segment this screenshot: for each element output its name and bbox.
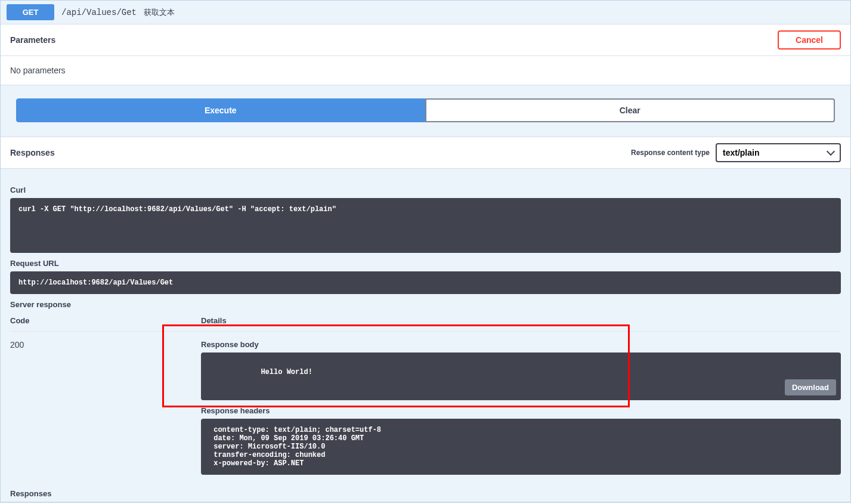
responses-footer: Responses — [1, 489, 850, 498]
action-button-row: Execute Clear — [1, 85, 850, 137]
parameters-header: Parameters Cancel — [1, 24, 850, 56]
response-table: Code Details 200 Response body Hello Wor… — [10, 313, 841, 475]
parameters-title: Parameters — [10, 35, 55, 45]
operation-description: 获取文本 — [144, 7, 175, 18]
responses-body: Curl curl -X GET "http://localhost:9682/… — [1, 169, 850, 478]
request-url[interactable]: http://localhost:9682/api/Values/Get — [10, 271, 841, 294]
operation-block: GET /api/Values/Get 获取文本 Parameters Canc… — [1, 1, 850, 502]
curl-command[interactable]: curl -X GET "http://localhost:9682/api/V… — [10, 198, 841, 253]
status-code: 200 — [10, 340, 201, 475]
curl-label: Curl — [10, 185, 841, 194]
operation-path: /api/Values/Get — [61, 8, 137, 17]
details-header: Details — [201, 316, 841, 325]
response-body-label: Response body — [201, 340, 841, 349]
operation-summary[interactable]: GET /api/Values/Get 获取文本 — [1, 1, 850, 24]
response-table-head: Code Details — [10, 313, 841, 332]
server-response-label: Server response — [10, 300, 841, 309]
execute-button[interactable]: Execute — [16, 98, 425, 122]
response-headers[interactable]: content-type: text/plain; charset=utf-8 … — [201, 419, 841, 475]
content-type-control: Response content type text/plain — [631, 143, 841, 162]
response-body-block: Hello World! Download — [201, 353, 841, 400]
request-url-label: Request URL — [10, 259, 841, 268]
table-row: 200 Response body Hello World! Download … — [10, 332, 841, 475]
download-button[interactable]: Download — [785, 379, 836, 395]
details-cell: Response body Hello World! Download Resp… — [201, 340, 841, 475]
method-badge: GET — [7, 4, 54, 20]
cancel-button[interactable]: Cancel — [778, 30, 841, 50]
clear-button[interactable]: Clear — [425, 98, 835, 122]
responses-header: Responses Response content type text/pla… — [1, 137, 850, 169]
response-body-text[interactable]: Hello World! — [261, 368, 312, 376]
responses-title: Responses — [10, 148, 55, 157]
no-parameters-text: No parameters — [1, 56, 850, 85]
code-header: Code — [10, 316, 201, 325]
responses-footer-title: Responses — [10, 489, 841, 498]
response-headers-label: Response headers — [201, 406, 841, 415]
content-type-select[interactable]: text/plain — [716, 143, 841, 162]
content-type-label: Response content type — [631, 149, 710, 157]
